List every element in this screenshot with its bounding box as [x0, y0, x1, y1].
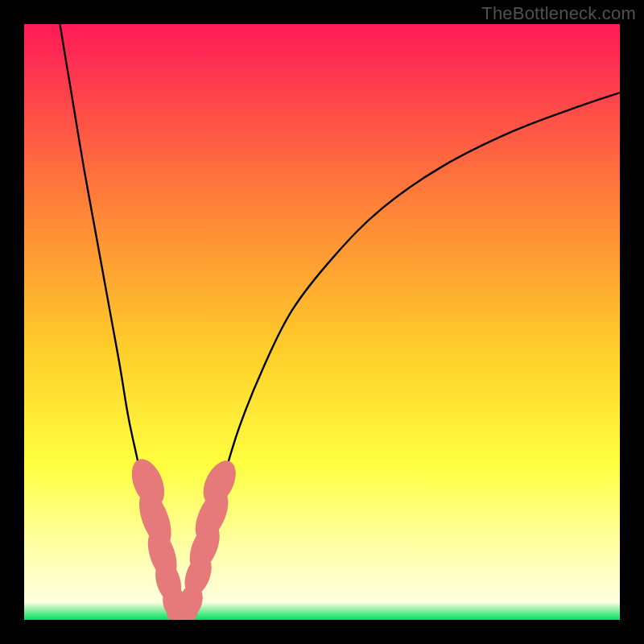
data-marker [196, 456, 242, 510]
plot-area [24, 24, 620, 620]
curve-layer [24, 24, 620, 620]
image-frame: TheBottleneck.com [0, 0, 644, 644]
data-markers [126, 454, 242, 620]
watermark-text: TheBottleneck.com [481, 3, 636, 24]
curve-right-branch [186, 93, 620, 614]
